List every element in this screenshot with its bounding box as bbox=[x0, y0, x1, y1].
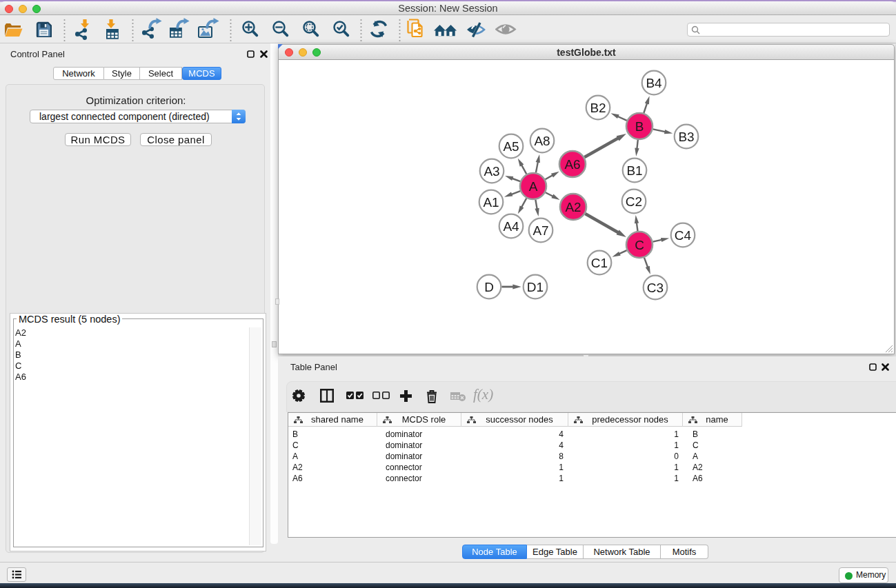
svg-text:D1: D1 bbox=[527, 280, 544, 294]
svg-text:A1: A1 bbox=[483, 195, 499, 210]
svg-text:A4: A4 bbox=[503, 219, 519, 234]
svg-text:D: D bbox=[484, 280, 494, 294]
svg-text:A3: A3 bbox=[484, 164, 499, 179]
svg-text:B2: B2 bbox=[590, 101, 606, 115]
svg-text:B4: B4 bbox=[646, 76, 662, 90]
svg-text:B3: B3 bbox=[678, 130, 694, 144]
svg-text:C4: C4 bbox=[675, 228, 692, 243]
svg-text:B1: B1 bbox=[626, 163, 642, 178]
svg-text:A5: A5 bbox=[503, 139, 519, 154]
svg-text:A6: A6 bbox=[564, 157, 580, 172]
svg-text:A7: A7 bbox=[532, 223, 548, 238]
svg-text:C3: C3 bbox=[647, 281, 664, 295]
svg-text:A8: A8 bbox=[534, 134, 550, 148]
svg-text:A2: A2 bbox=[565, 200, 581, 214]
svg-text:A: A bbox=[529, 179, 538, 194]
svg-text:B: B bbox=[635, 119, 644, 134]
svg-text:C2: C2 bbox=[626, 194, 642, 209]
svg-text:C: C bbox=[635, 238, 644, 252]
svg-text:C1: C1 bbox=[591, 256, 608, 270]
